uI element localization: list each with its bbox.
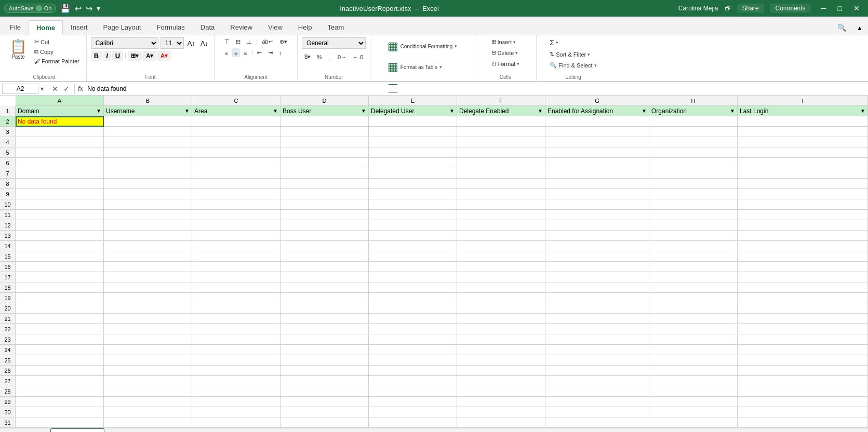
cell-row30-col1[interactable] <box>16 407 104 417</box>
tab-file[interactable]: File <box>2 20 29 35</box>
cell-row5-col8[interactable] <box>649 147 738 158</box>
cell-row17-col6[interactable] <box>457 272 545 282</box>
autosave-toggle[interactable]: AutoSave On <box>4 4 56 13</box>
cell-row13-col9[interactable] <box>738 231 868 241</box>
organization-filter-icon[interactable]: ▼ <box>730 108 735 114</box>
row-header-5[interactable]: 5 <box>0 147 15 158</box>
sort-filter-button[interactable]: ⇅ Sort & Filter ▾ <box>547 50 593 59</box>
cell-row19-col7[interactable] <box>545 293 649 303</box>
cell-row21-col5[interactable] <box>369 314 457 324</box>
row-header-10[interactable]: 10 <box>0 199 15 210</box>
cell-row5-col4[interactable] <box>281 147 369 158</box>
cell-row9-col5[interactable] <box>369 189 457 199</box>
row-header-21[interactable]: 21 <box>0 314 15 324</box>
cell-row7-col3[interactable] <box>192 168 281 179</box>
cell-row10-col3[interactable] <box>192 199 281 210</box>
close-button[interactable]: ✕ <box>849 3 864 14</box>
cell-row6-col6[interactable] <box>457 158 545 168</box>
delegated-user-filter-icon[interactable]: ▼ <box>449 108 455 114</box>
cell-row4-col1[interactable] <box>16 137 104 147</box>
cell-row17-col4[interactable] <box>281 272 369 282</box>
cell-row15-col5[interactable] <box>369 251 457 262</box>
cell-row7-col6[interactable] <box>457 168 545 179</box>
cell-row29-col9[interactable] <box>738 397 868 407</box>
cell-row28-col5[interactable] <box>369 386 457 397</box>
ribbon-search-icon[interactable]: 🔍 <box>832 20 851 35</box>
formula-expand-icon[interactable]: ▾ <box>41 85 44 92</box>
font-size-select[interactable]: 11 <box>161 37 184 49</box>
cell-row24-col6[interactable] <box>457 345 545 355</box>
cell-row5-col5[interactable] <box>369 147 457 158</box>
cell-row22-col3[interactable] <box>192 324 281 334</box>
cell-row13-col1[interactable] <box>16 231 104 241</box>
cell-row8-col7[interactable] <box>545 179 649 189</box>
sheet-nav-first[interactable]: |◀ <box>2 430 14 433</box>
col-header-d[interactable]: D <box>281 96 369 105</box>
cell-row13-col5[interactable] <box>369 231 457 241</box>
cell-row15-col4[interactable] <box>281 251 369 262</box>
cell-row3-col8[interactable] <box>649 127 738 137</box>
format-as-table-button[interactable]: ▦ Format as Table ▾ <box>384 58 446 76</box>
customize-qat-icon[interactable]: ▾ <box>97 4 100 12</box>
cell-row3-col3[interactable] <box>192 127 281 137</box>
cell-row18-col2[interactable] <box>104 282 192 293</box>
restore-window-icon[interactable]: 🗗 <box>725 5 731 12</box>
cell-row15-col9[interactable] <box>738 251 868 262</box>
row-header-7[interactable]: 7 <box>0 168 15 179</box>
cell-row15-col1[interactable] <box>16 251 104 262</box>
cell-row31-col3[interactable] <box>192 417 281 428</box>
header-cell-enabled-assignation[interactable]: Enabled for Assignation ▼ <box>545 106 649 116</box>
cell-row7-col4[interactable] <box>281 168 369 179</box>
cell-row11-col5[interactable] <box>369 210 457 220</box>
cell-row24-col9[interactable] <box>738 345 868 355</box>
share-button[interactable]: Share <box>737 4 764 13</box>
conditional-formatting-button[interactable]: ▦ Conditional Formatting ▾ <box>384 37 461 55</box>
cell-row20-col2[interactable] <box>104 303 192 314</box>
last-login-filter-icon[interactable]: ▼ <box>860 108 865 114</box>
cell-row31-col7[interactable] <box>545 417 649 428</box>
cell-row16-col6[interactable] <box>457 262 545 272</box>
sheet-nav-prev[interactable]: ◀ <box>15 430 25 433</box>
cell-row22-col2[interactable] <box>104 324 192 334</box>
percent-button[interactable]: % <box>314 52 325 61</box>
cell-row20-col4[interactable] <box>281 303 369 314</box>
header-cell-username[interactable]: Username ▼ <box>104 106 192 116</box>
cell-row29-col4[interactable] <box>281 397 369 407</box>
col-header-a[interactable]: A <box>16 96 104 105</box>
cell-row10-col2[interactable] <box>104 199 192 210</box>
row-header-8[interactable]: 8 <box>0 179 15 189</box>
cell-row20-col6[interactable] <box>457 303 545 314</box>
row-header-22[interactable]: 22 <box>0 324 15 334</box>
cell-row27-col2[interactable] <box>104 376 192 386</box>
cell-row25-col2[interactable] <box>104 355 192 366</box>
cell-row9-col1[interactable] <box>16 189 104 199</box>
cell-row20-col9[interactable] <box>738 303 868 314</box>
cell-d2[interactable] <box>281 116 369 127</box>
cell-row8-col3[interactable] <box>192 179 281 189</box>
cell-row16-col7[interactable] <box>545 262 649 272</box>
cell-row9-col9[interactable] <box>738 189 868 199</box>
cell-row7-col1[interactable] <box>16 168 104 179</box>
cell-row9-col6[interactable] <box>457 189 545 199</box>
cell-row25-col9[interactable] <box>738 355 868 366</box>
cell-row26-col2[interactable] <box>104 366 192 376</box>
cell-reference-input[interactable] <box>2 84 38 94</box>
cell-row5-col2[interactable] <box>104 147 192 158</box>
header-cell-boss-user[interactable]: Boss User ▼ <box>281 106 369 116</box>
header-cell-domain[interactable]: Domain ▼ <box>16 106 104 116</box>
increase-indent-button[interactable]: ⇥ <box>265 48 275 57</box>
cell-row22-col5[interactable] <box>369 324 457 334</box>
cell-row10-col1[interactable] <box>16 199 104 210</box>
cell-row10-col8[interactable] <box>649 199 738 210</box>
cell-row12-col6[interactable] <box>457 220 545 231</box>
cell-row28-col4[interactable] <box>281 386 369 397</box>
col-header-f[interactable]: F <box>457 96 545 105</box>
cell-row6-col5[interactable] <box>369 158 457 168</box>
col-header-b[interactable]: B <box>104 96 192 105</box>
text-direction-button[interactable]: ↕ <box>276 48 285 57</box>
header-cell-delegate-enabled[interactable]: Delegate Enabled ▼ <box>457 106 545 116</box>
save-icon[interactable]: 💾 <box>60 4 71 14</box>
cell-row31-col1[interactable] <box>16 417 104 428</box>
cell-row5-col1[interactable] <box>16 147 104 158</box>
cell-row11-col2[interactable] <box>104 210 192 220</box>
